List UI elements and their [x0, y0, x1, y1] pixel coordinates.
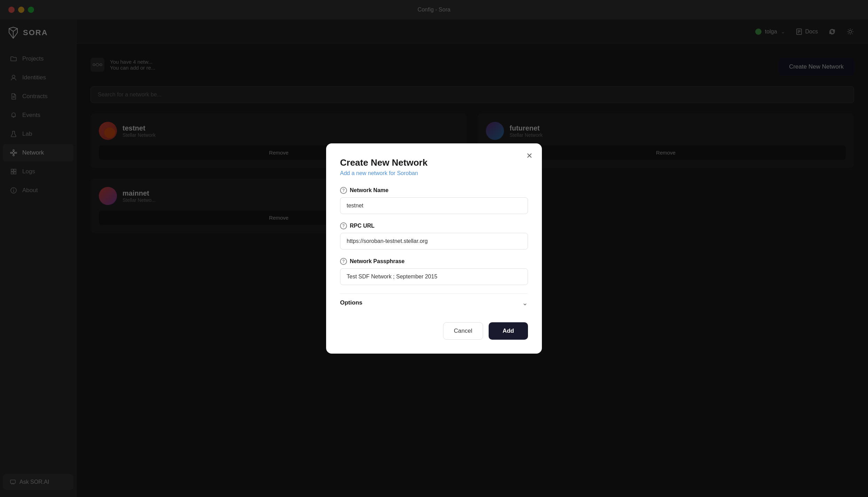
modal-title: Create New Network — [340, 157, 528, 168]
chevron-down-icon: ⌄ — [522, 299, 528, 307]
passphrase-group: ? Network Passphrase — [340, 258, 528, 285]
network-name-label: ? Network Name — [340, 187, 528, 194]
passphrase-label-text: Network Passphrase — [350, 258, 404, 265]
rpc-url-group: ? RPC URL — [340, 222, 528, 250]
modal-subtitle: Add a new network for Soroban — [340, 170, 528, 176]
create-network-modal: ✕ Create New Network Add a new network f… — [326, 143, 542, 354]
passphrase-input[interactable] — [340, 268, 528, 285]
network-name-group: ? Network Name — [340, 187, 528, 214]
rpc-url-label: ? RPC URL — [340, 222, 528, 229]
rpc-url-label-text: RPC URL — [350, 223, 374, 229]
modal-footer: Cancel Add — [340, 322, 528, 340]
network-name-label-text: Network Name — [350, 187, 388, 194]
rpc-url-help-icon[interactable]: ? — [340, 222, 347, 229]
options-label: Options — [340, 299, 362, 306]
passphrase-label: ? Network Passphrase — [340, 258, 528, 265]
modal-close-button[interactable]: ✕ — [524, 150, 535, 161]
network-name-input[interactable] — [340, 197, 528, 214]
network-name-help-icon[interactable]: ? — [340, 187, 347, 194]
cancel-button[interactable]: Cancel — [443, 322, 483, 340]
rpc-url-input[interactable] — [340, 233, 528, 250]
passphrase-help-icon[interactable]: ? — [340, 258, 347, 265]
modal-overlay: ✕ Create New Network Add a new network f… — [0, 0, 868, 497]
add-button[interactable]: Add — [489, 322, 528, 340]
options-row[interactable]: Options ⌄ — [340, 293, 528, 312]
